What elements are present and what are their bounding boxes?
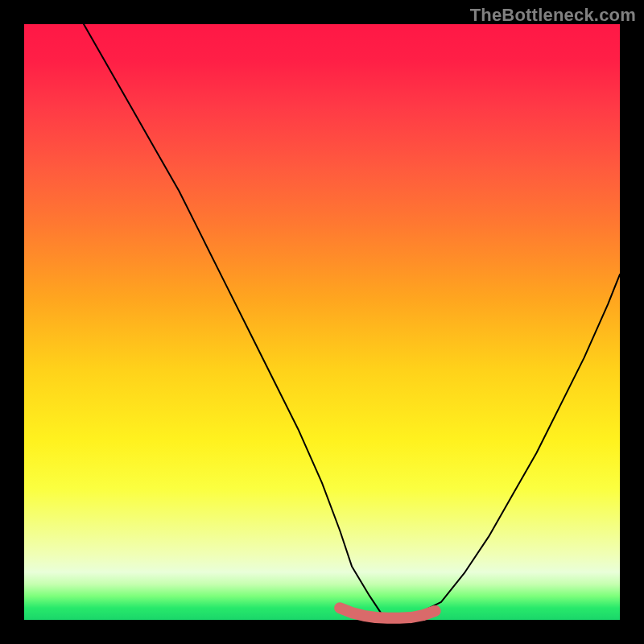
optimal-range-marker	[340, 608, 435, 618]
watermark-text: TheBottleneck.com	[470, 5, 636, 26]
plot-svg	[24, 24, 620, 620]
plot-area	[24, 24, 620, 620]
bottleneck-curve	[84, 24, 620, 620]
chart-frame: TheBottleneck.com	[0, 0, 644, 644]
